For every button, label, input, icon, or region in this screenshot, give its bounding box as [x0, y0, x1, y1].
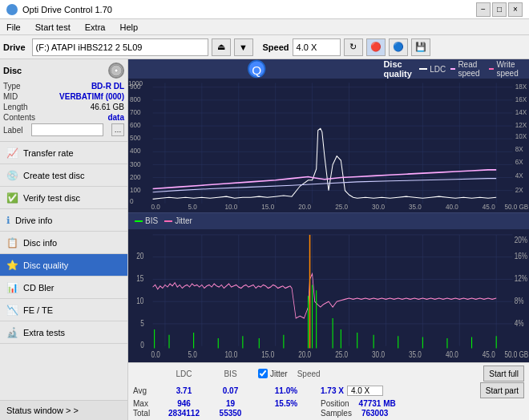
svg-text:50.0 GB: 50.0 GB — [504, 349, 528, 359]
disc-panel-icon — [108, 63, 124, 79]
max-bis: 19 — [212, 399, 248, 408]
minimize-button[interactable]: − — [476, 2, 491, 17]
svg-text:200: 200 — [130, 172, 141, 180]
menu-bar: File Start test Extra Help — [0, 19, 529, 35]
nav-verify-test-disc[interactable]: ✅ Verify test disc — [0, 187, 127, 209]
stats-max-row: Max 946 19 15.5% Position 47731 MB — [133, 399, 524, 408]
avg-speed: 1.73 X — [321, 386, 344, 395]
nav-verify-test-disc-label: Verify test disc — [23, 193, 80, 203]
disc-label-browse[interactable]: … — [111, 123, 124, 136]
disc-mid-value: VERBATIMf (000) — [59, 92, 124, 101]
stats-footer: LDC BIS Jitter Speed Start full Avg 3. — [128, 362, 529, 420]
svg-text:20.0: 20.0 — [298, 349, 311, 359]
disc-mid-label: MID — [3, 92, 18, 101]
jitter-legend-label: Jitter — [175, 216, 192, 225]
drive-options-button[interactable]: ▼ — [234, 38, 253, 56]
menu-start-test[interactable]: Start test — [32, 22, 74, 33]
app-title: Opti Drive Control 1.70 — [22, 5, 112, 14]
svg-text:35.0: 35.0 — [409, 203, 422, 211]
jitter-checkbox[interactable] — [258, 369, 268, 378]
title-bar: Opti Drive Control 1.70 − □ × — [0, 0, 529, 19]
nav-create-test-disc[interactable]: 💿 Create test disc — [0, 164, 127, 187]
toolbar-btn-3[interactable]: 💾 — [411, 38, 430, 56]
legend-read-speed: Read speed — [450, 60, 484, 78]
start-full-spacer: Start part — [480, 382, 524, 398]
max-label: Max — [133, 399, 155, 408]
close-button[interactable]: × — [508, 2, 523, 17]
nav-extra-tests[interactable]: 🔬 Extra tests — [0, 321, 127, 344]
svg-text:2X: 2X — [515, 186, 523, 194]
menu-help[interactable]: Help — [116, 22, 141, 33]
disc-panel: Disc Type BD-R DL MID VERBATIMf (000) Le… — [0, 59, 127, 142]
speed-select[interactable]: 4.0 X — [293, 38, 341, 56]
nav-transfer-rate[interactable]: 📈 Transfer rate — [0, 142, 127, 164]
nav-cd-bler[interactable]: 📊 CD Bler — [0, 277, 127, 299]
jitter-legend: Jitter — [164, 216, 192, 225]
total-bis: 55350 — [212, 409, 248, 418]
svg-text:16X: 16X — [515, 95, 527, 103]
chart-title: Disc quality — [383, 59, 414, 79]
disc-quality-icon: ⭐ — [6, 260, 18, 271]
legend-write-speed: Write speed — [489, 60, 523, 78]
position-value: 47731 MB — [359, 399, 396, 408]
sidebar: Disc Type BD-R DL MID VERBATIMf (000) Le… — [0, 59, 128, 420]
svg-text:14X: 14X — [515, 108, 527, 116]
verify-test-disc-icon: ✅ — [6, 192, 18, 204]
sidebar-bottom: Status window > > — [0, 400, 127, 420]
disc-type-value: BD-R DL — [91, 82, 124, 91]
svg-text:12X: 12X — [515, 121, 527, 129]
svg-text:45.0: 45.0 — [483, 203, 495, 211]
nav-create-test-disc-label: Create test disc — [23, 171, 84, 180]
speed-confirm-button[interactable]: ↻ — [344, 38, 363, 56]
svg-text:600: 600 — [130, 121, 141, 129]
drive-select[interactable]: (F:) ATAPI iHBS212 2 5L09 — [32, 38, 208, 56]
start-full-button[interactable]: Start full — [483, 365, 524, 382]
nav-list: 📈 Transfer rate 💿 Create test disc ✅ Ver… — [0, 142, 127, 344]
read-speed-legend-color — [450, 68, 455, 70]
avg-ldc: 3.71 — [162, 386, 206, 395]
stats-avg-row: Avg 3.71 0.07 11.0% 1.73 X 4.0 X Start p… — [133, 382, 524, 398]
jitter-checkbox-group: Jitter — [258, 369, 288, 378]
svg-text:45.0: 45.0 — [483, 349, 495, 359]
toolbar-btn-1[interactable]: 🔴 — [366, 38, 386, 56]
svg-text:300: 300 — [130, 160, 141, 168]
disc-label-label: Label — [3, 126, 22, 135]
svg-text:800: 800 — [130, 95, 141, 103]
chart-top: 100 200 300 400 500 600 700 800 900 0 10… — [128, 79, 529, 213]
toolbar-btn-2[interactable]: 🔵 — [389, 38, 408, 56]
chart-header-icon: Q — [135, 59, 378, 79]
menu-file[interactable]: File — [3, 22, 24, 33]
menu-extra[interactable]: Extra — [82, 22, 109, 33]
svg-text:10X: 10X — [515, 132, 527, 140]
nav-drive-info[interactable]: ℹ Drive info — [0, 209, 127, 232]
disc-label-input[interactable] — [31, 123, 103, 136]
drive-label: Drive — [3, 42, 26, 52]
svg-rect-55 — [128, 229, 529, 363]
start-part-button[interactable]: Start part — [480, 382, 524, 398]
nav-disc-quality[interactable]: ⭐ Disc quality — [0, 254, 127, 277]
svg-text:8X: 8X — [515, 145, 523, 153]
svg-text:20.0: 20.0 — [298, 203, 311, 211]
drive-eject-button[interactable]: ⏏ — [212, 38, 231, 56]
extra-tests-icon: 🔬 — [6, 327, 18, 338]
write-speed-legend-label: Write speed — [496, 60, 523, 78]
drive-value: (F:) ATAPI iHBS212 2 5L09 — [36, 42, 143, 52]
nav-disc-info[interactable]: 📋 Disc info — [0, 232, 127, 254]
nav-extra-tests-label: Extra tests — [23, 328, 65, 337]
nav-fe-te[interactable]: 📉 FE / TE — [0, 299, 127, 321]
svg-text:10: 10 — [136, 295, 144, 305]
svg-text:40.0: 40.0 — [446, 203, 458, 211]
content-area: Q Disc quality LDC Read speed Write spee… — [128, 59, 529, 420]
total-label: Total — [133, 409, 155, 418]
status-window-button[interactable]: Status window > > — [0, 401, 127, 420]
ldc-legend-label: LDC — [430, 65, 446, 74]
avg-jitter: 11.0% — [258, 386, 314, 395]
max-jitter: 15.5% — [258, 399, 314, 408]
disc-contents-label: Contents — [3, 113, 35, 122]
bis-chart-header: BIS Jitter — [128, 213, 529, 229]
svg-text:4X: 4X — [515, 171, 523, 179]
svg-point-1 — [115, 69, 118, 72]
stats-header-ldc: LDC — [162, 370, 206, 378]
svg-text:15.0: 15.0 — [261, 203, 274, 211]
maximize-button[interactable]: □ — [492, 2, 507, 17]
